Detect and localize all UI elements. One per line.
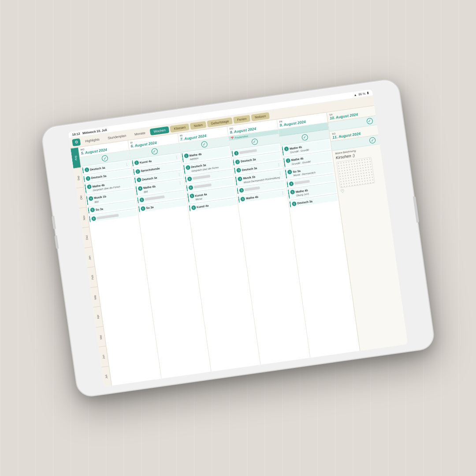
lesson-menu[interactable]: ⋮ (177, 172, 181, 176)
tab-ferien[interactable]: Ferien (233, 115, 250, 123)
tab-klassen[interactable]: Klassen (170, 123, 190, 133)
lesson-number: 2 (135, 169, 140, 174)
lesson-menu[interactable]: ⋮ (178, 181, 182, 185)
lesson-title: Deutsch 3a (241, 158, 256, 163)
calendar-grid: MO 5. August 2024 ✓ 1 Deutsch 3a (78, 112, 360, 386)
placeholder (97, 214, 119, 219)
lesson-number: 1 (284, 146, 289, 151)
tablet-screen: 10:12 Mittwoch 10. Juli ▲ 86 % ▮ ⚙ Highl… (68, 89, 408, 387)
lesson-title: Deutsch 3a (91, 174, 106, 179)
saturday-check-icon: ✓ (366, 118, 373, 125)
lesson-number: 6 (91, 216, 96, 221)
lesson-title: Deutsch 3a (242, 166, 257, 171)
lesson-menu[interactable]: ⋮ (277, 162, 281, 167)
lesson-menu[interactable]: ⋮ (125, 162, 129, 166)
status-right-icons: ▲ 86 % ▮ (353, 91, 369, 97)
tab-monate[interactable]: Monate (130, 129, 149, 138)
lesson-number: 5 (90, 208, 95, 212)
monday-check-icon: ✓ (101, 155, 108, 162)
volume-down-button[interactable] (54, 235, 59, 249)
placeholder (145, 195, 164, 201)
battery-text: 86 % (358, 92, 366, 96)
app-container: 10:12 Mittwoch 10. Juli ▲ 86 % ▮ ⚙ Highl… (68, 89, 408, 387)
settings-button[interactable]: ⚙ (72, 138, 81, 146)
placeholder (294, 180, 310, 185)
lesson-menu[interactable]: ⋮ (281, 191, 285, 195)
lesson-title: Su 3a (293, 169, 301, 173)
lesson-title: Kunst 4a (196, 204, 208, 209)
thursday-check-icon: ✓ (251, 138, 258, 145)
lesson-number: 1 (234, 151, 239, 156)
lesson-title: Su 3a (146, 205, 154, 209)
tab-notizen[interactable]: Notizen (251, 112, 270, 121)
lesson-title: Mathe 4b (246, 195, 259, 200)
lesson-number: 2 (286, 158, 290, 163)
lesson-number: 2 (235, 159, 240, 164)
tablet-device: 10:12 Mittwoch 10. Juli ▲ 86 % ▮ ⚙ Highl… (40, 78, 436, 398)
lesson-number: 6 (141, 206, 145, 211)
tab-wochen[interactable]: Wochen (150, 126, 170, 135)
tab-noten[interactable]: Noten (190, 121, 207, 130)
placeholder (245, 186, 260, 191)
lesson-number: 4 (138, 186, 142, 191)
lesson-title: Deutsch 3a (142, 176, 157, 181)
lesson-number: 3 (236, 168, 241, 173)
sunday-check-icon: ✓ (369, 137, 376, 144)
placeholder (239, 149, 257, 154)
lesson-title: Su 3a (95, 207, 103, 211)
lesson-number: 4 (289, 181, 294, 186)
wednesday-check-icon: ✓ (201, 141, 208, 148)
power-button[interactable] (413, 196, 419, 223)
main-content: Aug Sep Okt Nov Dez Jan Feb Mär Apr Mai … (71, 106, 408, 387)
calendar-icon: 📅 (231, 137, 234, 140)
lesson-menu[interactable]: ⋮ (278, 171, 282, 175)
lesson-number: 4 (238, 176, 242, 181)
tab-geburtstage[interactable]: Geburtstage (207, 117, 233, 127)
lesson-number: 6 (292, 201, 297, 206)
dot-grid-decoration (336, 157, 375, 188)
lesson-title: Deutsch 3a (297, 200, 312, 205)
lesson-number: 4 (188, 185, 193, 190)
lesson-number: 5 (190, 193, 194, 198)
battery-icon: ▮ (367, 91, 369, 94)
lesson-number: 4 (89, 196, 93, 201)
volume-up-button[interactable] (52, 216, 56, 230)
wifi-icon: ▲ (353, 93, 357, 97)
lesson-number: 3 (287, 170, 292, 175)
lesson-title: Deutsch 3a (90, 166, 105, 171)
lesson-number: 5 (139, 197, 144, 202)
status-time: 10:12 (72, 132, 80, 136)
lesson-number: 1 (134, 160, 139, 165)
lesson-number: 1 (184, 153, 189, 158)
lesson-number: 6 (191, 205, 196, 210)
tab-stundenplan[interactable]: Stundenplan (104, 132, 130, 142)
lesson-menu[interactable]: ⋮ (175, 155, 178, 160)
placeholder (193, 183, 211, 189)
lesson-number: 5 (239, 188, 244, 193)
lesson-number: 3 (187, 176, 192, 181)
tab-highlights[interactable]: Highlights (81, 135, 104, 145)
lesson-number: 3 (137, 177, 141, 182)
friday-check-icon: ✓ (301, 134, 308, 141)
tablet-body: 10:12 Mittwoch 10. Juli ▲ 86 % ▮ ⚙ Highl… (40, 78, 436, 398)
lesson-number: 2 (186, 165, 190, 170)
lesson-number: 6 (240, 196, 245, 201)
placeholder (192, 175, 210, 180)
lesson-number: 5 (290, 190, 295, 194)
lesson-title: Kunst 4a (139, 159, 152, 164)
lesson-number: 3 (87, 184, 92, 189)
lesson-number: 2 (86, 176, 90, 181)
lesson-title: Sprechstunde (141, 167, 160, 172)
tuesday-check-icon: ✓ (151, 148, 158, 155)
lesson-number: 1 (84, 167, 89, 172)
